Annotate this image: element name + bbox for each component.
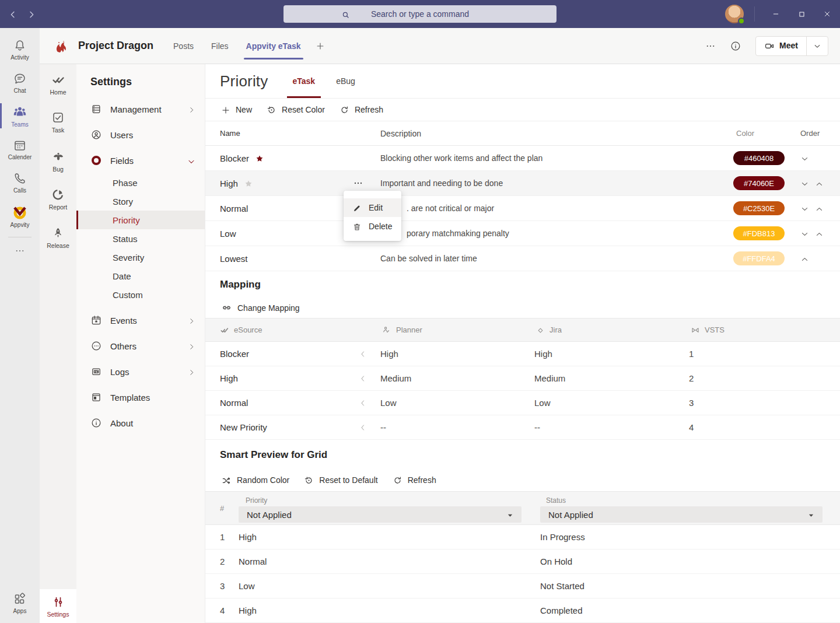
move-down-icon[interactable] — [800, 203, 809, 214]
etask-rail-release[interactable]: Release — [40, 226, 76, 265]
mapping-title: Mapping — [205, 271, 840, 298]
rail-more-icon[interactable] — [0, 242, 40, 256]
priority-header: Priority eTask eBug — [205, 64, 840, 99]
change-mapping-button[interactable]: Change Mapping — [205, 298, 840, 318]
sidebar-item-status[interactable]: Status — [76, 229, 205, 248]
priority-filter-dropdown[interactable]: Not Applied — [239, 506, 522, 523]
sidebar-item-date[interactable]: Date — [76, 267, 205, 285]
move-up-icon[interactable] — [815, 178, 824, 188]
etask-rail-bug[interactable]: Bug — [40, 149, 76, 188]
etask-rail-task[interactable]: Task — [40, 111, 76, 149]
meet-dropdown-button[interactable] — [807, 36, 828, 56]
close-button[interactable] — [814, 0, 840, 28]
chat-icon — [13, 72, 27, 86]
sidebar-item-story[interactable]: Story — [76, 192, 205, 211]
rail-chat[interactable]: Chat — [0, 66, 40, 99]
sidebar-item-about[interactable]: About — [76, 410, 205, 436]
tab-ebug[interactable]: eBug — [336, 64, 355, 98]
rail-apps[interactable]: Apps — [0, 586, 40, 620]
settings-sidebar: Settings Management Users Fields Phase S… — [76, 64, 205, 623]
etask-rail-settings[interactable]: Settings — [40, 589, 76, 623]
add-tab-icon[interactable] — [315, 40, 326, 51]
rail-calls[interactable]: Calls — [0, 166, 40, 199]
etask-rail-report[interactable]: Report — [40, 188, 76, 226]
move-up-icon[interactable] — [800, 253, 809, 264]
color-pill[interactable]: #74060E — [733, 176, 785, 190]
sidebar-item-fields[interactable]: Fields — [76, 148, 205, 173]
sidebar-item-logs[interactable]: Logs — [76, 359, 205, 384]
row-context-menu: Edit Delete — [344, 191, 401, 241]
back-icon[interactable] — [8, 9, 18, 19]
info-icon[interactable] — [730, 40, 741, 52]
etask-rail-home[interactable]: Home — [40, 72, 76, 111]
color-pill[interactable]: #C2530E — [733, 201, 785, 215]
new-button[interactable]: New — [221, 104, 252, 114]
meet-button[interactable]: Meet — [755, 36, 828, 56]
minimize-button[interactable] — [763, 0, 789, 28]
mapping-row[interactable]: Blocker High High 1 — [205, 342, 840, 366]
refresh-button[interactable]: Refresh — [393, 475, 436, 486]
star-filled-icon[interactable] — [255, 153, 264, 163]
more-options-icon[interactable] — [705, 40, 716, 51]
priority-row-low[interactable]: Low porary matchmaking penalty #FDB813 — [205, 221, 840, 246]
sidebar-item-templates[interactable]: Templates — [76, 384, 205, 410]
row-more-icon[interactable] — [352, 177, 364, 189]
sidebar-item-management[interactable]: Management — [76, 96, 205, 122]
teams-people-icon — [12, 104, 27, 120]
star-outline-icon[interactable] — [244, 178, 253, 188]
rail-calendar[interactable]: Calender — [0, 132, 40, 166]
mapping-row[interactable]: New Priority -- -- 4 — [205, 415, 840, 440]
etask-rail: Home Task Bug Report Release Settings — [40, 64, 76, 623]
channel-header: Project Dragon Posts Files Appvity eTask… — [40, 28, 840, 64]
refresh-button[interactable]: Refresh — [340, 104, 383, 115]
move-down-icon[interactable] — [800, 228, 809, 239]
move-up-icon[interactable] — [815, 228, 824, 239]
tab-files[interactable]: Files — [211, 28, 229, 64]
link-icon — [221, 302, 232, 313]
mapping-row[interactable]: Normal Low Low 3 — [205, 391, 840, 415]
sidebar-item-events[interactable]: Events — [76, 307, 205, 333]
sidebar-item-users[interactable]: Users — [76, 122, 205, 148]
move-down-icon[interactable] — [800, 178, 809, 188]
rail-activity[interactable]: Activity — [0, 33, 40, 66]
circle-ellipsis-icon — [90, 340, 102, 352]
context-delete[interactable]: Delete — [344, 217, 401, 236]
tab-posts[interactable]: Posts — [173, 28, 194, 64]
reset-to-default-button[interactable]: Reset to Default — [304, 475, 377, 486]
sidebar-item-custom[interactable]: Custom — [76, 285, 205, 304]
home-doublecheck-icon — [51, 72, 65, 86]
tab-etask[interactable]: eTask — [293, 64, 316, 98]
priority-row-normal[interactable]: Normal . are not critical or major #C253… — [205, 196, 840, 221]
priority-row-lowest[interactable]: Lowest Can be solved in later time #FFDF… — [205, 246, 840, 271]
forward-icon[interactable] — [27, 9, 36, 19]
avatar[interactable] — [725, 5, 744, 23]
random-color-button[interactable]: Random Color — [221, 475, 289, 485]
priority-row-high[interactable]: High Important and needing to be done #7… — [205, 171, 840, 196]
calendar-star-icon — [90, 314, 102, 326]
sidebar-item-others[interactable]: Others — [76, 333, 205, 359]
priority-row-blocker[interactable]: Blocker Blocking other work items and af… — [205, 146, 840, 171]
color-pill[interactable]: #FDB813 — [733, 226, 785, 240]
sidebar-item-severity[interactable]: Severity — [76, 248, 205, 267]
color-pill[interactable]: #FFDFA4 — [733, 251, 785, 265]
maximize-button[interactable] — [789, 0, 814, 28]
status-filter-dropdown[interactable]: Not Applied — [540, 506, 822, 523]
rail-appvity[interactable]: Appvity — [0, 199, 40, 232]
sidebar-item-priority[interactable]: Priority — [76, 211, 205, 229]
info-circle-icon — [90, 417, 102, 429]
move-up-icon[interactable] — [815, 203, 824, 214]
tab-appvity-etask[interactable]: Appvity eTask — [246, 28, 301, 64]
mapping-row[interactable]: High Medium Medium 2 — [205, 366, 840, 391]
reset-color-button[interactable]: Reset Color — [267, 104, 325, 115]
hash-column: # — [220, 492, 239, 524]
color-pill[interactable]: #460408 — [733, 151, 785, 165]
sidebar-item-phase[interactable]: Phase — [76, 173, 205, 192]
rail-teams[interactable]: Teams — [0, 99, 40, 132]
search-input[interactable] — [284, 5, 556, 23]
pencil-icon — [352, 202, 362, 212]
chevron-down-icon — [187, 155, 195, 165]
context-edit[interactable]: Edit — [344, 198, 401, 217]
bug-icon — [51, 149, 65, 163]
move-down-icon[interactable] — [800, 153, 809, 163]
divider — [8, 237, 32, 237]
